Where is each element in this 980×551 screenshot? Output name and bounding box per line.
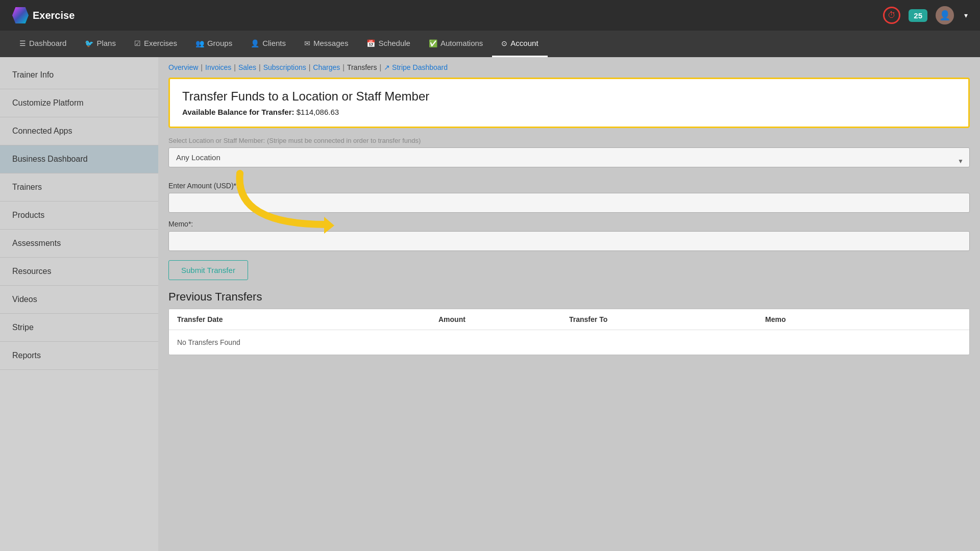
account-icon: ⊙ — [501, 39, 507, 47]
nav-item-groups[interactable]: 👥 Groups — [186, 31, 241, 57]
transfer-highlight-box: Transfer Funds to a Location or Staff Me… — [168, 78, 970, 128]
transfer-title: Transfer Funds to a Location or Staff Me… — [182, 89, 956, 104]
sub-nav-transfers[interactable]: Transfers — [347, 63, 377, 71]
sidebar-item-connected-apps[interactable]: Connected Apps — [0, 117, 158, 145]
nav-item-dashboard[interactable]: ☰ Dashboard — [10, 31, 76, 57]
location-select[interactable]: Any Location — [168, 147, 970, 167]
clock-icon[interactable]: ⏱ — [883, 7, 900, 24]
top-bar-right: ⏱ 25 👤 ▾ — [883, 6, 968, 24]
memo-label: Memo*: — [168, 220, 970, 228]
prev-transfers-title: Previous Transfers — [168, 290, 970, 304]
nav-label-plans: Plans — [96, 39, 116, 47]
sidebar-item-products[interactable]: Products — [0, 202, 158, 230]
nav-item-plans[interactable]: 🐦 Plans — [76, 31, 125, 57]
col-memo: Memo — [765, 315, 961, 323]
amount-label: Enter Amount (USD)*: — [168, 182, 970, 190]
nav-label-dashboard: Dashboard — [29, 39, 66, 47]
nav-item-schedule[interactable]: 📅 Schedule — [357, 31, 420, 57]
amount-input[interactable] — [168, 193, 970, 213]
nav-label-account: Account — [510, 39, 538, 47]
dashboard-icon: ☰ — [19, 39, 26, 47]
transfers-table: Transfer Date Amount Transfer To Memo No… — [168, 309, 970, 355]
sub-nav: Overview | Invoices | Sales | Subscripti… — [158, 57, 980, 78]
balance-label: Available Balance for Transfer: — [182, 108, 295, 116]
sidebar-item-business-dashboard[interactable]: Business Dashboard — [0, 145, 158, 173]
sidebar-item-videos[interactable]: Videos — [0, 286, 158, 314]
nav-label-schedule: Schedule — [378, 39, 410, 47]
location-select-wrapper: Any Location — [168, 147, 970, 174]
sidebar-item-customize-platform[interactable]: Customize Platform — [0, 89, 158, 117]
schedule-icon: 📅 — [366, 39, 375, 47]
nav-item-clients[interactable]: 👤 Clients — [241, 31, 295, 57]
page-layout: Trainer Info Customize Platform Connecte… — [0, 57, 980, 551]
clients-icon: 👤 — [251, 39, 259, 47]
balance-value: $114,086.63 — [297, 108, 339, 116]
plans-icon: 🐦 — [85, 39, 93, 47]
sidebar-item-assessments[interactable]: Assessments — [0, 230, 158, 258]
nav-menu: ☰ Dashboard 🐦 Plans ☑ Exercises 👥 Groups… — [0, 31, 980, 57]
avatar[interactable]: 👤 — [936, 6, 954, 24]
memo-input[interactable] — [168, 231, 970, 251]
sidebar-item-reports[interactable]: Reports — [0, 342, 158, 370]
main-content: Overview | Invoices | Sales | Subscripti… — [158, 57, 980, 551]
transfers-table-header: Transfer Date Amount Transfer To Memo — [169, 309, 969, 330]
nav-label-automations: Automations — [440, 39, 483, 47]
nav-label-messages: Messages — [313, 39, 348, 47]
exercises-icon: ☑ — [134, 39, 141, 47]
sidebar-item-stripe[interactable]: Stripe — [0, 314, 158, 342]
transfer-form: Select Location or Staff Member: (Stripe… — [168, 136, 970, 290]
nav-item-messages[interactable]: ✉ Messages — [295, 31, 357, 57]
sub-nav-invoices[interactable]: Invoices — [205, 63, 231, 71]
nav-label-groups: Groups — [207, 39, 232, 47]
col-amount: Amount — [438, 315, 569, 323]
no-transfers-message: No Transfers Found — [177, 338, 240, 346]
nav-label-exercises: Exercises — [144, 39, 177, 47]
sub-nav-charges[interactable]: Charges — [313, 63, 340, 71]
content-wrapper: Transfer Funds to a Location or Staff Me… — [158, 78, 980, 128]
avatar-dropdown-arrow[interactable]: ▾ — [964, 11, 968, 19]
transfer-balance: Available Balance for Transfer: $114,086… — [182, 108, 956, 116]
sidebar-item-resources[interactable]: Resources — [0, 258, 158, 286]
groups-icon: 👥 — [195, 39, 204, 47]
nav-label-clients: Clients — [262, 39, 286, 47]
nav-item-account[interactable]: ⊙ Account — [492, 31, 547, 57]
logo-area: Exercise — [12, 7, 75, 23]
sub-nav-subscriptions[interactable]: Subscriptions — [263, 63, 306, 71]
location-label: Select Location or Staff Member: (Stripe… — [168, 136, 970, 144]
notification-badge[interactable]: 25 — [909, 9, 927, 22]
app-logo-icon — [12, 7, 29, 23]
nav-item-automations[interactable]: ✅ Automations — [420, 31, 492, 57]
sidebar-item-trainers[interactable]: Trainers — [0, 173, 158, 202]
submit-transfer-button[interactable]: Submit Transfer — [168, 260, 248, 280]
transfers-table-body: No Transfers Found — [169, 330, 969, 355]
sub-nav-stripe-dashboard[interactable]: ↗ Stripe Dashboard — [384, 63, 448, 71]
top-bar: Exercise ⏱ 25 👤 ▾ — [0, 0, 980, 31]
sidebar: Trainer Info Customize Platform Connecte… — [0, 57, 158, 551]
col-transfer-to: Transfer To — [569, 315, 765, 323]
messages-icon: ✉ — [304, 39, 310, 47]
automations-icon: ✅ — [429, 39, 437, 47]
sub-nav-sales[interactable]: Sales — [238, 63, 256, 71]
sub-nav-overview[interactable]: Overview — [168, 63, 198, 71]
sidebar-item-trainer-info[interactable]: Trainer Info — [0, 61, 158, 89]
app-logo-text: Exercise — [33, 10, 75, 21]
col-transfer-date: Transfer Date — [177, 315, 438, 323]
nav-item-exercises[interactable]: ☑ Exercises — [125, 31, 186, 57]
